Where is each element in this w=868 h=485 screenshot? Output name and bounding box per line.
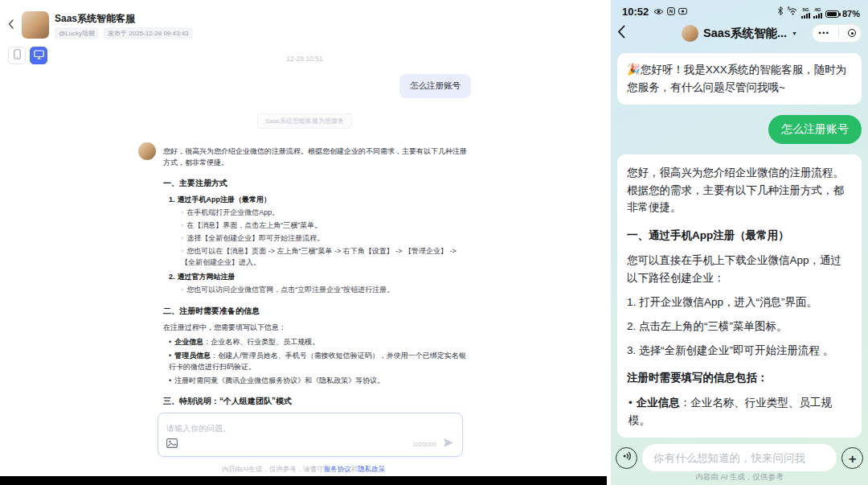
svg-text:N: N <box>669 9 673 14</box>
message-block: •企业信息：企业名称、行业类型、员工规模。 <box>163 337 471 348</box>
chat-timestamp: 12-28 10:51 <box>138 55 471 63</box>
wifi-icon: 6 <box>787 4 798 18</box>
message-block: 您好，很高兴为您介绍企业微信的注册流程。根据您创建企业的不同需求，主要有以下几种… <box>163 146 471 168</box>
bluetooth-icon <box>777 4 784 18</box>
disclaimer-text: 内容由AI生成，仅供参考，请遵守 <box>222 465 324 473</box>
voice-input-button[interactable] <box>616 447 637 469</box>
message-block: •管理员信息：创建人姓名、手机号（需接收短信验证码），并使用绑定了实名银行卡的微… <box>627 437 852 438</box>
message-block: 1. 打开企业微信App，进入“消息”界面。 <box>627 294 852 311</box>
message-block: ◦您也可以在【消息】页面 -> 左上角“三横”菜单 -> 右下角【设置】 -> … <box>163 246 471 268</box>
more-button[interactable]: ••• <box>817 29 830 37</box>
screenshot-root: Saas系统智能客服 @Lucky培丽 发布于 2025-12-28 09:43… <box>0 0 868 485</box>
back-button[interactable] <box>5 11 16 39</box>
message-composer: 0/20000 <box>158 413 463 457</box>
send-icon <box>443 437 454 451</box>
message-block: •注册时需同意《腾讯企业微信服务协议》和《隐私政策》等协议。 <box>163 376 471 387</box>
message-block: •企业信息：企业名称、行业类型、员工规模。 <box>627 394 852 430</box>
user-message-bubble: 怎么注册账号 <box>768 115 862 144</box>
message-block: 2. 点击左上角的“三横”菜单图标。 <box>627 318 852 335</box>
bot-welcome-bubble: 🎉您好呀！我是XXX系统的智能客服，随时为您服务，有什么问题尽管问我哦~ <box>617 53 862 105</box>
chevron-left-icon <box>8 18 14 32</box>
disclaimer: 内容由 AI 生成，仅供参考 <box>611 472 868 483</box>
chevron-left-icon <box>617 25 625 42</box>
char-counter: 0/20000 <box>413 441 436 448</box>
message-block: 一、通过手机App注册（最常用） <box>627 227 852 245</box>
chat-title: Saas系统智能... <box>703 26 787 41</box>
disclaimer-conj: 和 <box>351 465 358 473</box>
mobile-composer: ＋ <box>611 444 868 471</box>
message-block: 在注册过程中，您需要填写以下信息： <box>163 323 471 334</box>
image-icon <box>166 437 178 451</box>
disclaimer: 内容由AI生成，仅供参考，请遵守服务协议和隐私政策 <box>0 465 607 475</box>
mobile-view-toggle[interactable] <box>8 47 26 64</box>
monitor-icon <box>34 50 44 62</box>
message-block: ◦在手机端打开企业微信App。 <box>163 208 471 219</box>
miniprogram-capsule: ••• <box>812 24 862 43</box>
voice-icon <box>621 450 633 465</box>
message-block: 3. 选择“全新创建企业”即可开始注册流程 。 <box>627 342 852 360</box>
bottom-black-bar <box>0 476 607 485</box>
desktop-preview-panel: Saas系统智能客服 @Lucky培丽 发布于 2025-12-28 09:43… <box>0 0 607 485</box>
message-block: 一、主要注册方式 <box>163 177 471 189</box>
author-tag: @Lucky培丽 <box>55 27 99 39</box>
bot-avatar <box>22 11 49 39</box>
status-bar: 10:52 N 6 5G <box>611 0 868 19</box>
message-block: 三、特别说明：“个人组建团队”模式 <box>163 395 471 407</box>
nfc-icon: N <box>667 4 675 18</box>
message-block: •管理员信息：创建人/管理员姓名、手机号（需接收短信验证码），并使用一个已绑定实… <box>163 351 471 372</box>
message-block: 注册时需要填写的信息包括： <box>627 369 852 387</box>
eye-icon <box>653 4 664 18</box>
bot-reply-bubble: 您好，很高兴为您介绍企业微信的注册流程。根据您的需求，主要有以下几种注册方式，都… <box>617 154 862 438</box>
service-notice: Saas系统智能客服为您服务 <box>257 113 352 129</box>
bot-avatar <box>682 25 698 42</box>
terms-link[interactable]: 服务协议 <box>324 465 351 473</box>
desktop-view-toggle[interactable] <box>30 47 47 64</box>
screen-record-icon <box>678 4 687 18</box>
battery-percent: 87% <box>842 9 860 18</box>
message-block: 二、注册时需要准备的信息 <box>163 305 471 317</box>
plus-button[interactable]: ＋ <box>841 447 863 469</box>
question-input[interactable] <box>166 424 454 433</box>
chat-area: 12-28 10:51 怎么注册账号 Saas系统智能客服为您服务 您好，很高兴… <box>138 55 471 412</box>
back-button[interactable] <box>617 25 625 42</box>
mobile-chat-area: 🎉您好呀！我是XXX系统的智能客服，随时为您服务，有什么问题尽管问我哦~ 怎么注… <box>611 47 868 438</box>
phone-icon <box>14 49 21 62</box>
battery-icon <box>825 10 839 18</box>
message-block: 1.通过手机App注册（最常用） <box>163 195 471 206</box>
bot-message-row: 您好，很高兴为您介绍企业微信的注册流程。根据您创建企业的不同需求，主要有以下几种… <box>138 142 471 412</box>
capsule-divider <box>838 28 839 38</box>
message-block: ◦您也可以访问企业微信官网，点击“立即注册企业”按钮进行注册。 <box>163 285 471 296</box>
mobile-nav-bar: Saas系统智能... ▼ ••• <box>611 19 868 47</box>
signal-5g-icon: 5G <box>801 7 810 19</box>
mobile-preview-panel: 10:52 N 6 5G <box>611 0 868 485</box>
desktop-header: Saas系统智能客服 @Lucky培丽 发布于 2025-12-28 09:43… <box>0 0 607 39</box>
message-block: 您好，很高兴为您介绍企业微信的注册流程。根据您的需求，主要有以下几种注册方式，都… <box>627 164 852 217</box>
close-minimize-button[interactable] <box>848 29 856 37</box>
message-block: 2.通过官方网站注册 <box>163 272 471 283</box>
published-tag: 发布于 2025-12-28 09:43:43 <box>104 27 193 39</box>
chevron-down-icon[interactable]: ▼ <box>792 31 797 36</box>
page-title: Saas系统智能客服 <box>55 11 193 24</box>
user-message-bubble: 怎么注册账号 <box>399 74 471 98</box>
message-block: ◦在【消息】界面，点击左上角“三横”菜单。 <box>163 220 471 232</box>
image-upload-button[interactable] <box>166 437 178 451</box>
message-block: ◦选择【全新创建企业】即可开始注册流程。 <box>163 233 471 245</box>
send-button[interactable] <box>443 437 454 451</box>
plus-icon: ＋ <box>846 452 858 464</box>
signal-4g-icon: 4G <box>813 7 822 19</box>
message-block: 您可以直接在手机上下载企业微信App，通过以下路径创建企业： <box>627 252 852 287</box>
privacy-link[interactable]: 隐私政策 <box>358 465 385 473</box>
question-input[interactable] <box>642 444 837 471</box>
bot-avatar <box>138 142 156 160</box>
bot-reply-message: 您好，很高兴为您介绍企业微信的注册流程。根据您创建企业的不同需求，主要有以下几种… <box>163 142 471 412</box>
header-text: Saas系统智能客服 @Lucky培丽 发布于 2025-12-28 09:43… <box>55 11 193 39</box>
status-time: 10:52 <box>622 6 649 18</box>
